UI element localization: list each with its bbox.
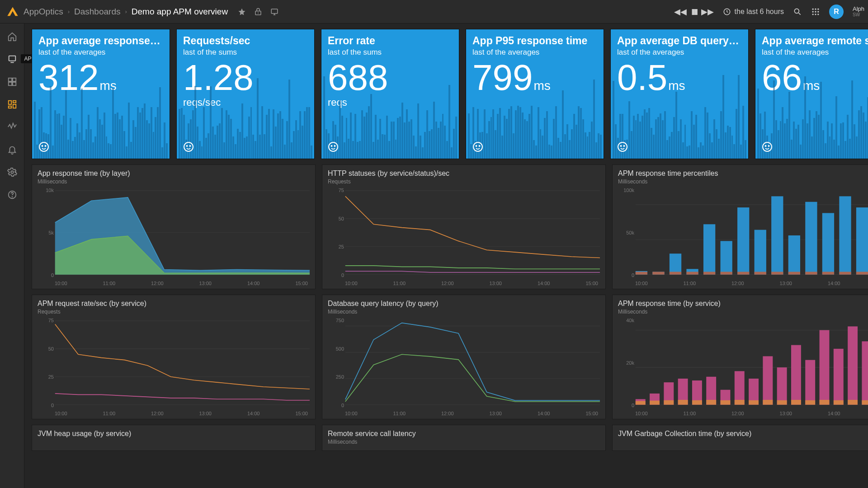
- svg-rect-120: [749, 400, 759, 405]
- smiley-icon: [328, 141, 339, 152]
- rewind-icon[interactable]: ◀◀: [674, 7, 687, 17]
- chart-panel[interactable]: JVM Garbage Collection time (by service): [612, 425, 868, 451]
- avatar[interactable]: R: [829, 5, 844, 19]
- chart-plot[interactable]: 40k20k0 10:0011:0012:0013:0014:0015:00: [618, 318, 868, 416]
- chart-row-2: APM request rate/sec (by service) Reques…: [32, 295, 868, 419]
- timerange-picker[interactable]: the last 6 hours: [723, 8, 784, 16]
- present-icon[interactable]: [270, 8, 278, 16]
- svg-rect-128: [862, 400, 868, 405]
- svg-rect-105: [791, 345, 801, 405]
- svg-rect-119: [735, 400, 745, 405]
- chart-row-3: JVM heap usage (by service) Remote servi…: [32, 425, 868, 451]
- svg-rect-59: [737, 207, 749, 275]
- grid-icon[interactable]: [7, 77, 17, 87]
- svg-point-3: [794, 9, 799, 13]
- content: App average response ti… last of the ave…: [24, 23, 868, 488]
- breadcrumb-current[interactable]: Demo app APM overview: [132, 7, 228, 17]
- svg-point-33: [335, 145, 335, 146]
- panel-title: JVM Garbage Collection time (by service): [618, 430, 868, 438]
- breadcrumb: AppOptics › Dashboards › Demo app APM ov…: [24, 7, 228, 17]
- alerts-icon[interactable]: [7, 145, 17, 155]
- svg-point-42: [769, 145, 769, 146]
- user-label: Alph SW: [853, 6, 864, 17]
- tile-subtitle: last of the averages: [38, 48, 163, 57]
- share-icon[interactable]: [254, 8, 262, 16]
- help-icon[interactable]: [7, 190, 17, 200]
- panel-subtitle: Milliseconds: [618, 178, 868, 185]
- pause-icon[interactable]: ▮▮: [691, 7, 697, 16]
- svg-point-26: [42, 145, 43, 146]
- svg-point-24: [12, 197, 12, 197]
- svg-rect-1: [271, 9, 278, 14]
- svg-rect-77: [788, 272, 800, 274]
- tile-subtitle: last of the averages: [472, 48, 597, 57]
- star-icon[interactable]: [238, 8, 246, 16]
- metric-tile[interactable]: App P95 response time last of the averag…: [466, 29, 604, 159]
- chart-panel[interactable]: APM response time (by service) Milliseco…: [612, 295, 868, 419]
- search-icon[interactable]: [793, 7, 802, 16]
- svg-rect-76: [771, 272, 783, 274]
- svg-rect-18: [8, 101, 11, 104]
- metrics-icon[interactable]: [7, 122, 17, 132]
- forward-icon[interactable]: ▶▶: [701, 7, 714, 17]
- y-axis: 10k5k0: [38, 188, 54, 278]
- svg-point-10: [812, 14, 813, 15]
- apps-grid-icon[interactable]: [811, 7, 820, 16]
- chart-panel[interactable]: Database query latency (by query) Millis…: [322, 295, 606, 419]
- chart-panel[interactable]: HTTP statuses (by service/status)/sec Re…: [322, 164, 606, 289]
- breadcrumb-section[interactable]: Dashboards: [74, 7, 120, 17]
- svg-rect-73: [721, 272, 732, 274]
- settings-icon[interactable]: [7, 167, 17, 177]
- chart-plot[interactable]: 10k5k0 10:0011:0012:0013:0014:0015:00: [38, 188, 310, 286]
- chart-plot[interactable]: 100k50k0 10:0011:0012:0013:0014:0015:00: [618, 188, 868, 286]
- tile-title: App average remote se…: [762, 35, 868, 47]
- panel-title: Remote service call latency: [328, 430, 600, 438]
- chart-plot[interactable]: 7550250 10:0011:0012:0013:0014:0015:00: [328, 188, 600, 286]
- svg-rect-80: [839, 272, 851, 274]
- metric-tile[interactable]: App average response ti… last of the ave…: [32, 29, 170, 159]
- tile-sparkline: [611, 82, 748, 159]
- chart-panel[interactable]: App response time (by layer) Millisecond…: [32, 164, 316, 289]
- chart-plot[interactable]: 7550250 10:0011:0012:0013:0014:0015:00: [38, 318, 310, 416]
- tile-subtitle: last of the averages: [617, 48, 742, 57]
- svg-rect-78: [805, 272, 817, 274]
- svg-point-4: [812, 8, 813, 9]
- svg-rect-116: [692, 400, 702, 405]
- panel-title: APM request rate/sec (by service): [38, 300, 310, 308]
- chart-panel[interactable]: JVM heap usage (by service): [32, 425, 316, 451]
- svg-rect-62: [788, 235, 800, 275]
- breadcrumb-root[interactable]: AppOptics: [24, 7, 63, 17]
- svg-rect-125: [820, 400, 830, 405]
- chart-plot[interactable]: 7505002500 10:0011:0012:0013:0014:0015:0…: [328, 318, 600, 416]
- svg-rect-107: [820, 330, 830, 405]
- svg-rect-66: [856, 207, 868, 275]
- dashboards-icon[interactable]: [7, 99, 17, 109]
- tile-sparkline: [466, 82, 604, 159]
- metric-tile[interactable]: Error rate last of the sums 688 reqs: [321, 29, 459, 159]
- svg-rect-68: [636, 272, 647, 274]
- smiley-icon: [472, 141, 483, 152]
- svg-rect-114: [664, 400, 674, 405]
- svg-rect-74: [737, 272, 749, 274]
- panel-title: App response time (by layer): [38, 169, 310, 178]
- svg-point-12: [817, 14, 819, 15]
- svg-point-7: [812, 11, 813, 12]
- metric-tile[interactable]: App average remote se… last of the avera…: [755, 29, 868, 159]
- apm-icon[interactable]: APM: [7, 54, 17, 64]
- panel-subtitle: Requests: [38, 309, 310, 315]
- svg-rect-63: [805, 202, 817, 275]
- chart-panel[interactable]: Remote service call latency Milliseconds: [322, 425, 606, 451]
- chart-panel[interactable]: APM request rate/sec (by service) Reques…: [32, 295, 316, 419]
- svg-point-31: [329, 142, 338, 151]
- chevron-right-icon: ›: [68, 8, 70, 15]
- home-icon[interactable]: [7, 32, 17, 42]
- playback-controls: ◀◀ ▮▮ ▶▶: [674, 7, 714, 17]
- svg-rect-72: [703, 272, 715, 274]
- chart-panel[interactable]: APM response time percentiles Millisecon…: [612, 164, 868, 289]
- svg-rect-106: [805, 360, 815, 405]
- svg-rect-117: [706, 400, 716, 405]
- y-axis: 7550250: [328, 188, 344, 278]
- panel-subtitle: Milliseconds: [328, 439, 600, 445]
- metric-tile[interactable]: App average DB query ti… last of the ave…: [610, 29, 749, 159]
- metric-tile[interactable]: Requests/sec last of the sums 1.28 reqs/…: [176, 29, 315, 159]
